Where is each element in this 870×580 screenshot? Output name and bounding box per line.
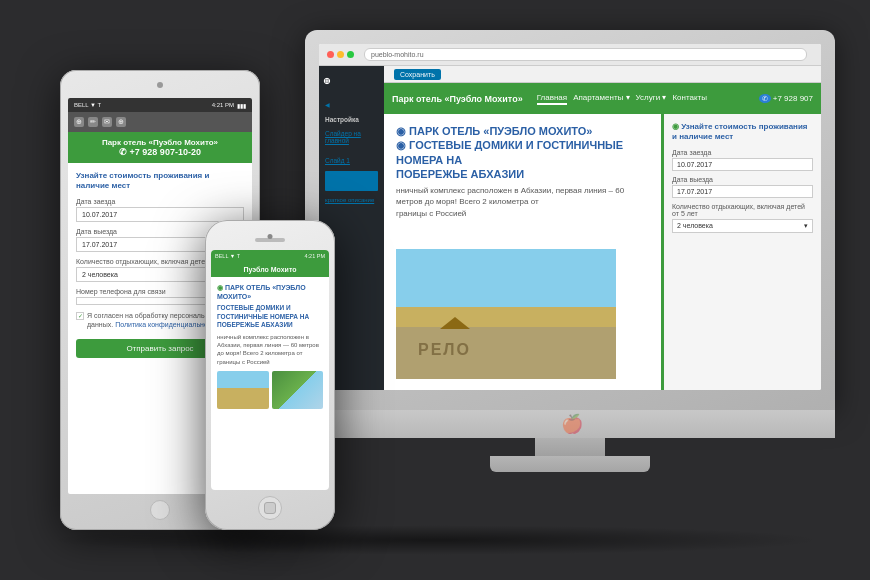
ipad-time: 4:21 PM — [212, 102, 234, 108]
iphone-bezel: BELL ▼ T 4:21 PM Пуэбло Мохито ◉ ПАРК ОТ… — [205, 220, 335, 530]
site-booking-form: ◉ Узнайте стоимость проживания и наличие… — [661, 114, 821, 390]
iphone-home-inner — [264, 502, 276, 514]
wp-slide-item[interactable]: Слайд 1 — [319, 154, 384, 167]
imac-neck — [535, 438, 605, 456]
wp-settings-label: Настройка — [319, 113, 384, 126]
site-logo: Парк отель «Пуэбло Мохито» — [392, 94, 523, 104]
wp-slider-link[interactable]: Слайдер на главной — [319, 128, 384, 146]
ipad-battery: ▮▮▮ — [237, 102, 246, 109]
wp-logo: ⊕ — [323, 76, 331, 86]
browser-dots — [327, 51, 354, 58]
iphone-home-button[interactable] — [258, 496, 282, 520]
iphone-site-title: Пуэбло Мохито — [217, 266, 323, 273]
ipad-carrier: BELL ▼ T — [74, 102, 101, 108]
nav-apartments[interactable]: Апартаменты ▾ — [573, 93, 629, 105]
browser-bar: pueblo-mohito.ru — [319, 44, 821, 66]
checkin-label: Дата заезда — [672, 149, 813, 156]
ipad-wp-icon[interactable]: ⊕ — [74, 117, 84, 127]
site-hero-content: ◉ ПАРК ОТЕЛЬ «ПУЭБЛО МОХИТО» ◉ ГОСТЕВЫЕ … — [384, 114, 661, 390]
wp-save-bar: Сохранить — [384, 66, 821, 83]
beach-background: РЕЛО — [396, 249, 616, 379]
nav-contacts[interactable]: Контакты — [672, 93, 707, 105]
site-preview-imac: Сохранить Парк отель «Пуэбло Мохито» Гла… — [384, 66, 821, 390]
site-nav-links: Главная Апартаменты ▾ Услуги ▾ Контакты — [537, 93, 753, 105]
nav-home[interactable]: Главная — [537, 93, 567, 105]
iphone-beach-image — [217, 371, 269, 409]
checkout-input[interactable]: 17.07.2017 — [672, 185, 813, 198]
site-hero: ◉ ПАРК ОТЕЛЬ «ПУЭБЛО МОХИТО» ◉ ГОСТЕВЫЕ … — [384, 114, 821, 390]
ipad-site-phone[interactable]: ✆ +7 928 907-10-20 — [76, 147, 244, 157]
iphone-site-header: Пуэбло Мохито — [211, 262, 329, 277]
wp-admin-area: ⊕ ◀ Настройка Слайдер на главной Слайд 1… — [319, 66, 821, 390]
ipad-add-icon[interactable]: ⊕ — [116, 117, 126, 127]
imac-base — [490, 456, 650, 472]
iphone-status-bar: BELL ▼ T 4:21 PM — [211, 250, 329, 262]
iphone-content: ◉ ПАРК ОТЕЛЬ «ПУЭБЛО МОХИТО» ГОСТЕВЫЕ ДО… — [211, 277, 329, 415]
imac-bezel: pueblo-mohito.ru ⊕ ◀ Настройка — [305, 30, 835, 410]
wp-save-button[interactable]: Сохранить — [394, 69, 441, 80]
iphone-house-image — [272, 371, 324, 409]
iphone-hero-subtitle: ГОСТЕВЫЕ ДОМИКИ И ГОСТИНИЧНЫЕ НОМЕРА НА … — [217, 304, 323, 329]
fullscreen-dot[interactable] — [347, 51, 354, 58]
wp-topbar: ⊕ — [319, 72, 384, 90]
ipad-checkbox[interactable]: ✓ — [76, 312, 84, 320]
site-hero-image: РЕЛО — [396, 249, 616, 379]
beach-text-overlay: РЕЛО — [418, 341, 471, 359]
iphone-image-grid — [217, 371, 323, 409]
ipad-camera — [157, 82, 163, 88]
ipad-comment-icon[interactable]: ✉ — [102, 117, 112, 127]
browser-address[interactable]: pueblo-mohito.ru — [364, 48, 807, 61]
iphone-device: BELL ▼ T 4:21 PM Пуэбло Мохито ◉ ПАРК ОТ… — [205, 220, 335, 530]
scene: pueblo-mohito.ru ⊕ ◀ Настройка — [5, 10, 865, 570]
imac-screen: pueblo-mohito.ru ⊕ ◀ Настройка — [319, 44, 821, 390]
close-dot[interactable] — [327, 51, 334, 58]
ipad-edit-icon[interactable]: ✏ — [88, 117, 98, 127]
wp-nav-arrow[interactable]: ◀ — [319, 98, 384, 111]
wp-slide-highlight — [325, 171, 378, 191]
iphone-screen: BELL ▼ T 4:21 PM Пуэбло Мохито ◉ ПАРК ОТ… — [211, 250, 329, 490]
site-description: нничный комплекс расположен в Абхазии, п… — [396, 185, 651, 219]
wp-input-label: краткое описание — [319, 195, 384, 205]
imac-chin: 🍎 — [305, 410, 835, 438]
site-title: ◉ ПАРК ОТЕЛЬ «ПУЭБЛО МОХИТО» ◉ ГОСТЕВЫЕ … — [396, 124, 651, 181]
nav-services[interactable]: Услуги ▾ — [636, 93, 667, 105]
guests-label: Количество отдыхающих, включая детей от … — [672, 203, 813, 217]
ipad-toolbar: ⊕ ✏ ✉ ⊕ — [68, 112, 252, 132]
imac-device: pueblo-mohito.ru ⊕ ◀ Настройка — [305, 30, 835, 490]
ipad-home-button[interactable] — [150, 500, 170, 520]
iphone-camera — [268, 234, 273, 239]
guests-select[interactable]: 2 человека ▾ — [672, 219, 813, 233]
iphone-hero-title: ◉ ПАРК ОТЕЛЬ «ПУЭБЛО МОХИТО» — [217, 283, 323, 301]
site-phone: ✆ +7 928 907 — [759, 94, 814, 103]
minimize-dot[interactable] — [337, 51, 344, 58]
checkin-input[interactable]: 10.07.2017 — [672, 158, 813, 171]
ipad-status-bar: BELL ▼ T 4:21 PM ▮▮▮ — [68, 98, 252, 112]
iphone-carrier: BELL ▼ T — [215, 253, 240, 259]
ipad-form-title: Узнайте стоимость проживания и наличие м… — [76, 171, 244, 192]
ipad-checkin-label: Дата заезда — [76, 198, 244, 205]
site-nav: Парк отель «Пуэбло Мохито» Главная Апарт… — [384, 83, 821, 114]
checkout-label: Дата выезда — [672, 176, 813, 183]
iphone-time: 4:21 PM — [305, 253, 325, 259]
imac-stand — [305, 438, 835, 472]
site-form-title: ◉ Узнайте стоимость проживания и наличие… — [672, 122, 813, 143]
ipad-privacy-link[interactable]: Политика конфиденциальности — [115, 321, 218, 328]
beach-hut-icon — [440, 309, 470, 329]
ipad-site-header: Парк отель «Пуэбло Мохито» ✆ +7 928 907-… — [68, 132, 252, 163]
iphone-hero-desc: нничный комплекс расположен в Абхазии, п… — [217, 333, 323, 367]
apple-logo-icon: 🍎 — [561, 415, 579, 433]
ipad-site-title: Парк отель «Пуэбло Мохито» — [76, 138, 244, 147]
